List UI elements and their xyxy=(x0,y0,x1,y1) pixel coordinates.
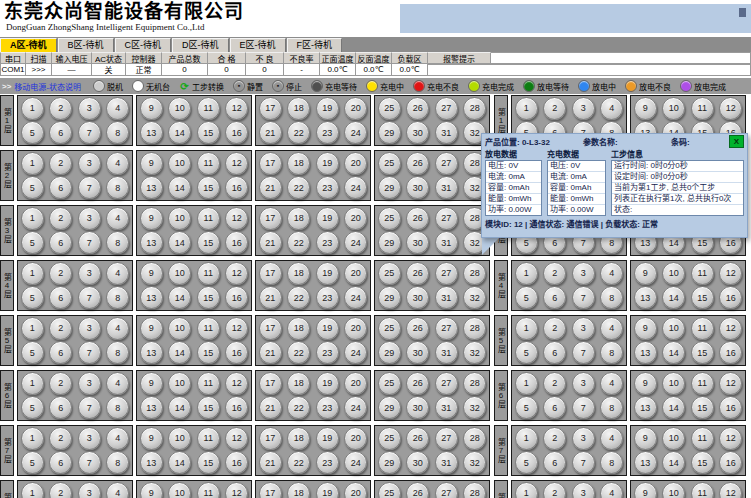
cell-button-1[interactable]: 1 xyxy=(21,207,44,230)
cell-button-3[interactable]: 3 xyxy=(78,482,101,498)
cell-button-10[interactable]: 10 xyxy=(662,482,685,498)
cell-button-12[interactable]: 12 xyxy=(719,427,742,450)
cell-button-31[interactable]: 31 xyxy=(435,396,458,419)
cell-button-20[interactable]: 20 xyxy=(344,262,367,285)
cell-button-15[interactable]: 15 xyxy=(197,396,220,419)
cell-button-10[interactable]: 10 xyxy=(168,152,191,175)
cell-button-22[interactable]: 22 xyxy=(287,341,310,364)
cell-button-6[interactable]: 6 xyxy=(49,286,72,309)
cell-button-8[interactable]: 8 xyxy=(600,451,623,474)
cell-button-11[interactable]: 11 xyxy=(197,372,220,395)
cell-button-5[interactable]: 5 xyxy=(515,396,538,419)
cell-button-7[interactable]: 7 xyxy=(572,341,595,364)
cell-button-2[interactable]: 2 xyxy=(49,207,72,230)
cell-button-12[interactable]: 12 xyxy=(719,482,742,498)
cell-button-31[interactable]: 31 xyxy=(435,341,458,364)
cell-button-3[interactable]: 3 xyxy=(78,427,101,450)
cell-button-2[interactable]: 2 xyxy=(49,372,72,395)
cell-button-26[interactable]: 26 xyxy=(406,317,429,340)
cell-button-11[interactable]: 11 xyxy=(197,482,220,498)
cell-button-4[interactable]: 4 xyxy=(600,97,623,120)
cell-button-5[interactable]: 5 xyxy=(21,121,44,144)
cell-button-8[interactable]: 8 xyxy=(106,176,129,199)
tab-zone-4[interactable]: D区-待机 xyxy=(172,38,229,52)
cell-button-2[interactable]: 2 xyxy=(543,317,566,340)
cell-button-30[interactable]: 30 xyxy=(406,286,429,309)
cell-button-12[interactable]: 12 xyxy=(225,152,248,175)
cell-button-29[interactable]: 29 xyxy=(378,121,401,144)
cell-button-6[interactable]: 6 xyxy=(543,341,566,364)
cell-button-3[interactable]: 3 xyxy=(78,372,101,395)
cell-button-6[interactable]: 6 xyxy=(543,286,566,309)
cell-button-2[interactable]: 2 xyxy=(49,482,72,498)
cell-button-24[interactable]: 24 xyxy=(344,451,367,474)
cell-button-27[interactable]: 27 xyxy=(435,427,458,450)
cell-button-20[interactable]: 20 xyxy=(344,372,367,395)
cell-button-11[interactable]: 11 xyxy=(691,427,714,450)
cell-button-14[interactable]: 14 xyxy=(168,451,191,474)
cell-button-18[interactable]: 18 xyxy=(287,97,310,120)
cell-button-20[interactable]: 20 xyxy=(344,152,367,175)
cell-button-12[interactable]: 12 xyxy=(719,97,742,120)
cell-button-11[interactable]: 11 xyxy=(197,317,220,340)
cell-button-4[interactable]: 4 xyxy=(600,372,623,395)
cell-button-30[interactable]: 30 xyxy=(406,176,429,199)
cell-button-21[interactable]: 21 xyxy=(259,231,282,254)
cell-button-8[interactable]: 8 xyxy=(600,341,623,364)
cell-button-15[interactable]: 15 xyxy=(197,451,220,474)
cell-button-15[interactable]: 15 xyxy=(197,286,220,309)
cell-button-31[interactable]: 31 xyxy=(435,176,458,199)
cell-button-22[interactable]: 22 xyxy=(287,231,310,254)
cell-button-21[interactable]: 21 xyxy=(259,451,282,474)
cell-button-2[interactable]: 2 xyxy=(543,482,566,498)
cell-button-18[interactable]: 18 xyxy=(287,317,310,340)
cell-button-6[interactable]: 6 xyxy=(49,121,72,144)
cell-button-1[interactable]: 1 xyxy=(21,97,44,120)
cell-button-16[interactable]: 16 xyxy=(225,176,248,199)
cell-button-5[interactable]: 5 xyxy=(21,451,44,474)
cell-button-14[interactable]: 14 xyxy=(168,396,191,419)
cell-button-13[interactable]: 13 xyxy=(140,286,163,309)
cell-button-7[interactable]: 7 xyxy=(572,396,595,419)
cell-button-18[interactable]: 18 xyxy=(287,152,310,175)
cell-button-27[interactable]: 27 xyxy=(435,152,458,175)
cell-button-17[interactable]: 17 xyxy=(259,97,282,120)
cell-button-25[interactable]: 25 xyxy=(378,207,401,230)
cell-button-4[interactable]: 4 xyxy=(106,317,129,340)
cell-button-26[interactable]: 26 xyxy=(406,482,429,498)
cell-button-1[interactable]: 1 xyxy=(515,262,538,285)
cell-button-1[interactable]: 1 xyxy=(515,372,538,395)
cell-button-27[interactable]: 27 xyxy=(435,317,458,340)
cell-button-26[interactable]: 26 xyxy=(406,152,429,175)
cell-button-3[interactable]: 3 xyxy=(78,317,101,340)
cell-button-6[interactable]: 6 xyxy=(543,396,566,419)
cell-button-4[interactable]: 4 xyxy=(106,427,129,450)
cell-button-1[interactable]: 1 xyxy=(515,97,538,120)
cell-button-29[interactable]: 29 xyxy=(378,451,401,474)
cell-button-6[interactable]: 6 xyxy=(49,341,72,364)
cell-button-12[interactable]: 12 xyxy=(225,317,248,340)
cell-button-14[interactable]: 14 xyxy=(662,341,685,364)
cell-button-9[interactable]: 9 xyxy=(140,262,163,285)
cell-button-2[interactable]: 2 xyxy=(49,317,72,340)
cell-button-22[interactable]: 22 xyxy=(287,176,310,199)
cell-button-14[interactable]: 14 xyxy=(662,451,685,474)
cell-button-2[interactable]: 2 xyxy=(49,152,72,175)
cell-button-7[interactable]: 7 xyxy=(572,451,595,474)
cell-button-6[interactable]: 6 xyxy=(49,451,72,474)
cell-button-24[interactable]: 24 xyxy=(344,341,367,364)
cell-button-28[interactable]: 28 xyxy=(463,317,486,340)
cell-button-16[interactable]: 16 xyxy=(719,451,742,474)
cell-button-3[interactable]: 3 xyxy=(572,317,595,340)
cell-button-4[interactable]: 4 xyxy=(106,152,129,175)
cell-button-25[interactable]: 25 xyxy=(378,97,401,120)
cell-button-10[interactable]: 10 xyxy=(168,97,191,120)
cell-button-4[interactable]: 4 xyxy=(106,372,129,395)
cell-button-5[interactable]: 5 xyxy=(21,176,44,199)
cell-button-7[interactable]: 7 xyxy=(78,396,101,419)
cell-button-32[interactable]: 32 xyxy=(463,286,486,309)
cell-button-27[interactable]: 27 xyxy=(435,482,458,498)
cell-button-9[interactable]: 9 xyxy=(634,372,657,395)
cell-button-3[interactable]: 3 xyxy=(572,427,595,450)
cell-button-18[interactable]: 18 xyxy=(287,427,310,450)
